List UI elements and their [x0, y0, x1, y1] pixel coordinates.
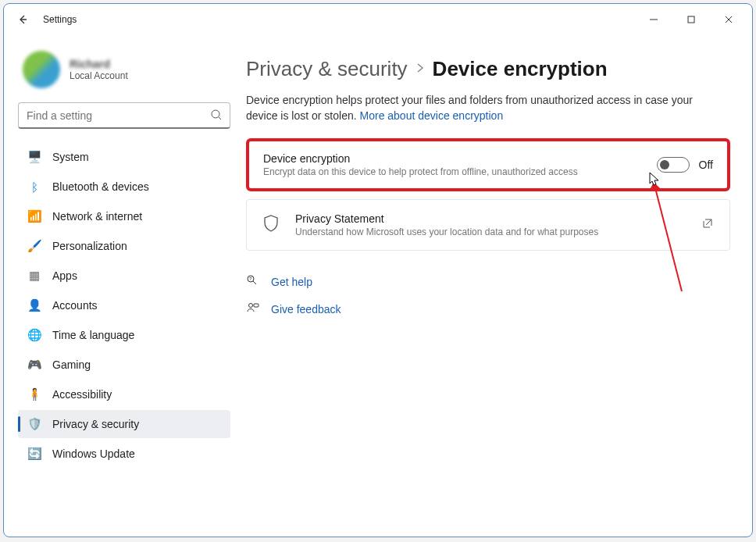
sidebar-item-gaming[interactable]: 🎮Gaming [18, 351, 230, 379]
refresh-icon: 🔄 [27, 447, 41, 461]
card-subtitle: Understand how Microsoft uses your locat… [295, 226, 687, 237]
person-icon: 👤 [27, 298, 41, 312]
maximize-icon [686, 15, 696, 24]
sidebar-item-label: Network & internet [52, 210, 142, 223]
card-title: Device encryption [263, 152, 643, 165]
learn-more-link[interactable]: More about device encryption [360, 109, 504, 122]
svg-point-1 [212, 110, 219, 118]
sidebar-item-label: System [52, 151, 89, 163]
card-title: Privacy Statement [295, 212, 687, 225]
toggle-knob [660, 160, 669, 169]
arrow-left-icon [16, 13, 29, 26]
external-link-icon [701, 217, 714, 233]
main-content: Privacy & security Device encryption Dev… [238, 35, 752, 537]
profile-block[interactable]: Richard Local Account [23, 51, 230, 88]
wifi-icon: 📶 [27, 209, 41, 223]
nav-list: 🖥️System ᛒBluetooth & devices 📶Network &… [18, 143, 230, 468]
sidebar-item-apps[interactable]: ▦Apps [18, 262, 230, 290]
sidebar-item-label: Windows Update [52, 448, 135, 460]
encryption-toggle[interactable] [657, 157, 690, 173]
help-icon: ? [246, 274, 260, 291]
titlebar: Settings [4, 4, 752, 35]
profile-name: Richard [70, 58, 128, 70]
breadcrumb-root[interactable]: Privacy & security [246, 57, 408, 81]
sidebar-item-accounts[interactable]: 👤Accounts [18, 291, 230, 319]
brush-icon: 🖌️ [27, 239, 41, 253]
maximize-button[interactable] [674, 8, 708, 31]
chevron-right-icon [415, 62, 425, 77]
search-icon [210, 109, 223, 124]
gamepad-icon: 🎮 [27, 358, 41, 372]
link-label: Give feedback [271, 303, 341, 316]
minimize-button[interactable] [637, 8, 671, 31]
svg-point-4 [249, 303, 253, 307]
sidebar-item-label: Bluetooth & devices [52, 180, 149, 193]
device-encryption-card: Device encryption Encrypt data on this d… [246, 138, 730, 191]
shield-outline-icon [262, 214, 281, 236]
sidebar-item-system[interactable]: 🖥️System [18, 143, 230, 171]
back-button[interactable] [10, 7, 35, 32]
profile-type: Local Account [70, 70, 128, 81]
svg-rect-5 [254, 304, 259, 307]
footer-links: ? Get help Give feedback [246, 274, 730, 318]
window-controls [637, 8, 746, 31]
sidebar-item-label: Privacy & security [52, 418, 139, 430]
give-feedback-link[interactable]: Give feedback [246, 301, 730, 318]
sidebar-item-label: Gaming [52, 358, 91, 371]
sidebar-item-network[interactable]: 📶Network & internet [18, 202, 230, 230]
avatar [23, 51, 60, 88]
sidebar-item-bluetooth[interactable]: ᛒBluetooth & devices [18, 173, 230, 201]
window-title: Settings [43, 14, 77, 25]
grid-icon: ▦ [27, 269, 41, 283]
display-icon: 🖥️ [27, 150, 41, 164]
sidebar-item-label: Accounts [52, 299, 98, 312]
sidebar-item-update[interactable]: 🔄Windows Update [18, 440, 230, 468]
settings-window: Settings Richard Local Account 🖥️System [3, 3, 753, 537]
minimize-icon [649, 15, 658, 24]
sidebar-item-privacy[interactable]: 🛡️Privacy & security [18, 410, 230, 438]
privacy-statement-card[interactable]: Privacy Statement Understand how Microso… [246, 199, 730, 251]
sidebar-item-time[interactable]: 🌐Time & language [18, 321, 230, 349]
sidebar-item-label: Apps [52, 269, 77, 282]
link-label: Get help [271, 276, 312, 288]
search-wrap [18, 102, 230, 129]
feedback-icon [246, 301, 260, 318]
sidebar-item-label: Accessibility [52, 388, 112, 401]
encryption-toggle-wrap: Off [657, 157, 713, 173]
sidebar-item-label: Personalization [52, 240, 127, 252]
page-title: Device encryption [433, 57, 608, 81]
accessibility-icon: 🧍 [27, 387, 41, 401]
svg-text:?: ? [249, 276, 252, 281]
toggle-state-label: Off [699, 159, 713, 171]
get-help-link[interactable]: ? Get help [246, 274, 730, 291]
svg-rect-0 [688, 16, 694, 23]
card-subtitle: Encrypt data on this device to help prot… [263, 166, 643, 177]
close-icon [724, 15, 733, 24]
sidebar: Richard Local Account 🖥️System ᛒBluetoot… [4, 35, 238, 537]
bluetooth-icon: ᛒ [27, 180, 41, 194]
sidebar-item-label: Time & language [52, 329, 134, 341]
breadcrumb: Privacy & security Device encryption [246, 57, 730, 81]
sidebar-item-accessibility[interactable]: 🧍Accessibility [18, 380, 230, 408]
globe-icon: 🌐 [27, 328, 41, 342]
close-button[interactable] [711, 8, 746, 31]
search-input[interactable] [18, 102, 230, 129]
shield-icon: 🛡️ [27, 417, 41, 431]
page-description: Device encryption helps protect your fil… [246, 92, 707, 124]
sidebar-item-personalization[interactable]: 🖌️Personalization [18, 232, 230, 260]
